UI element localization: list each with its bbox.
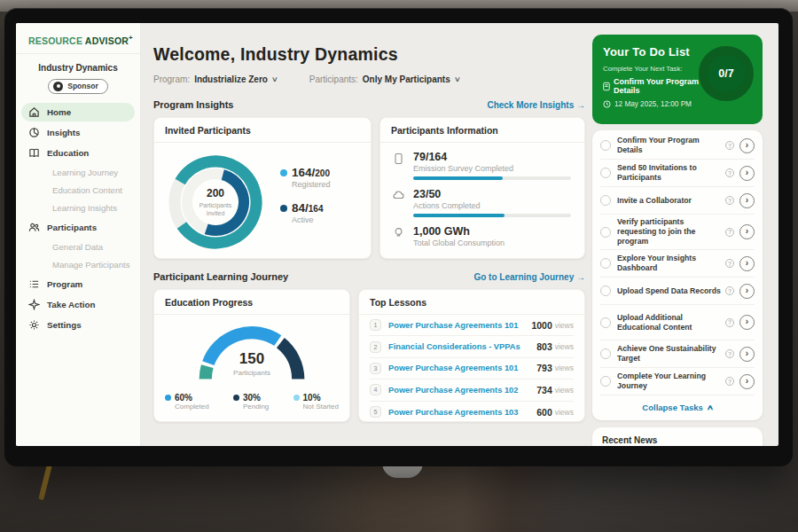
legend-dot-not-started: [293, 395, 300, 401]
sponsor-label: Sponsor: [67, 82, 98, 90]
clock-icon: [603, 100, 611, 108]
lesson-rank: 5: [370, 406, 381, 418]
help-icon: ?: [725, 259, 734, 268]
lesson-rank: 4: [370, 384, 381, 395]
sponsor-badge: Sponsor: [48, 79, 107, 94]
task-checkbox[interactable]: [600, 195, 611, 206]
task-row-invite-collaborator[interactable]: Invite a Collaborator ? ›: [600, 187, 755, 215]
filters-row: Program: Industrialize Zero ∨ Participan…: [153, 74, 585, 84]
task-row-verify-participants[interactable]: Verify participants requesting to join t…: [600, 215, 755, 250]
task-checkbox[interactable]: [600, 140, 611, 151]
sidebar-item-learning-insights[interactable]: Learning Insights: [21, 200, 135, 216]
chevron-right-icon[interactable]: ›: [739, 138, 755, 153]
brand-logo: RESOURCE ADVISOR+: [16, 32, 140, 54]
sidebar-item-insights[interactable]: Insights: [21, 123, 135, 142]
sidebar-item-learning-journey[interactable]: Learning Journey: [21, 164, 135, 181]
sidebar-item-education-content[interactable]: Education Content: [21, 182, 135, 199]
donut-center-value: 200: [207, 187, 224, 200]
help-icon: ?: [725, 286, 734, 295]
lesson-rank: 2: [370, 341, 381, 353]
chevron-up-icon: ∧: [706, 403, 714, 411]
task-row-upload-spend-data[interactable]: Upload Spend Data Records ? ›: [600, 278, 755, 305]
todo-progress-ring: 0/7: [699, 46, 754, 101]
actions-progress-bar: [413, 214, 571, 217]
task-checkbox[interactable]: [600, 227, 611, 238]
education-progress-card: Education Progress 150 Participants: [153, 289, 350, 422]
chevron-right-icon[interactable]: ›: [739, 193, 755, 208]
task-row-complete-learning-journey[interactable]: Complete Your Learning Journey ? ›: [600, 368, 755, 395]
go-to-learning-journey-link[interactable]: Go to Learning Journey →: [473, 272, 585, 282]
gauge-center-value: 150: [168, 350, 336, 368]
task-checkbox[interactable]: [600, 286, 611, 296]
sidebar-item-home[interactable]: Home: [21, 103, 135, 121]
chevron-right-icon[interactable]: ›: [739, 166, 755, 181]
lesson-link[interactable]: Financial Considerations - VPPAs: [388, 342, 536, 351]
card-title: Participants Information: [380, 118, 584, 143]
task-checkbox[interactable]: [600, 317, 611, 328]
lesson-rank: 1: [370, 319, 381, 331]
top-lessons-card: Top Lessons 1 Power Purchase Agreements …: [358, 289, 585, 422]
list-icon: [28, 278, 40, 290]
sidebar-item-take-action[interactable]: Take Action: [21, 295, 135, 314]
help-icon: ?: [725, 349, 734, 358]
survey-icon: [393, 153, 406, 180]
emission-progress-bar: [413, 176, 571, 180]
program-filter[interactable]: Program: Industrialize Zero ∨: [153, 74, 278, 84]
sidebar-item-education[interactable]: Education: [21, 144, 135, 162]
task-row-explore-insights[interactable]: Explore Your Insights Dashboard ? ›: [600, 250, 755, 278]
gauge-center-label: Participants: [168, 369, 336, 377]
legend-dot-active: [280, 205, 287, 212]
lesson-link[interactable]: Power Purchase Agreements 101: [388, 364, 536, 372]
legend-pending: 30% Pending: [233, 393, 269, 411]
legend-not-started: 10% Not Started: [293, 393, 339, 411]
chevron-right-icon[interactable]: ›: [739, 224, 755, 239]
task-row-upload-educational-content[interactable]: Upload Additional Educational Content ? …: [600, 305, 755, 340]
legend-dot-pending: [233, 395, 239, 401]
sidebar-item-program[interactable]: Program: [21, 275, 135, 293]
lesson-link[interactable]: Power Purchase Agreements 102: [388, 386, 536, 395]
help-icon: ?: [725, 318, 734, 327]
chevron-right-icon[interactable]: ›: [739, 374, 755, 389]
task-doc-icon: [603, 82, 610, 91]
task-checkbox[interactable]: [600, 258, 611, 269]
lesson-row: 3 Power Purchase Agreements 101 793 view…: [370, 358, 574, 379]
chevron-right-icon[interactable]: ›: [739, 315, 755, 330]
sponsor-icon: [53, 82, 63, 91]
actions-icon: [393, 190, 406, 217]
task-row-confirm-program[interactable]: Confirm Your Program Details ? ›: [600, 132, 755, 160]
lesson-link[interactable]: Power Purchase Agreements 103: [388, 408, 536, 417]
card-title: Invited Participants: [154, 118, 371, 143]
sidebar-item-settings[interactable]: Settings: [21, 316, 135, 334]
task-row-send-invitations[interactable]: Send 50 Invitations to Participants ? ›: [600, 160, 755, 187]
chevron-down-icon: ∨: [454, 75, 461, 83]
sidebar-item-general-data[interactable]: General Data: [21, 239, 135, 255]
sidebar-item-participants[interactable]: Participants: [21, 218, 135, 237]
chevron-right-icon[interactable]: ›: [739, 284, 755, 299]
bulb-icon: [393, 227, 406, 247]
lesson-row: 1 Power Purchase Agreements 101 1000 vie…: [370, 315, 574, 336]
program-insights-title: Program Insights: [153, 99, 233, 110]
task-checkbox[interactable]: [600, 168, 611, 178]
chevron-right-icon[interactable]: ›: [739, 347, 755, 362]
help-icon: ?: [725, 168, 734, 177]
task-row-achieve-target[interactable]: Achieve One Sustainability Target ? ›: [600, 340, 755, 368]
insights-icon: [28, 127, 40, 138]
stat-global-consumption: 1,000 GWh Total Global Consumption: [393, 225, 572, 247]
app-window: RESOURCE ADVISOR+ Industry Dynamics Spon…: [16, 23, 778, 446]
sidebar-item-manage-participants[interactable]: Manage Participants: [21, 256, 135, 273]
book-icon: [28, 147, 40, 159]
task-checkbox[interactable]: [600, 376, 611, 387]
participants-filter[interactable]: Participants: Only My Participants ∨: [309, 74, 460, 84]
gear-icon: [28, 319, 40, 331]
brand-part2: ADVISOR: [85, 35, 129, 46]
todo-panel: Your To Do List Complete Your Next Task:…: [591, 23, 778, 446]
collapse-tasks-link[interactable]: Collapse Tasks∧: [600, 395, 755, 419]
task-checkbox[interactable]: [600, 348, 611, 359]
chevron-right-icon[interactable]: ›: [739, 256, 755, 271]
gauge-legend: 60% Completed 30% Pending 10% Not Starte…: [154, 391, 349, 411]
education-gauge-chart: 150 Participants: [168, 318, 336, 391]
brand-plus: +: [129, 34, 133, 42]
check-more-insights-link[interactable]: Check More Insights →: [487, 100, 585, 110]
todo-summary-card: Your To Do List Complete Your Next Task:…: [592, 35, 763, 124]
lesson-link[interactable]: Power Purchase Agreements 101: [388, 321, 531, 330]
